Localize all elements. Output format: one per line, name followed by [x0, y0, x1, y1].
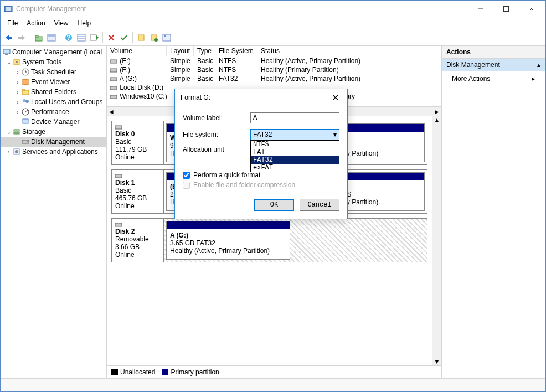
menu-file[interactable]: File: [3, 18, 22, 28]
tree-label: Performance: [31, 108, 69, 116]
fs-option-ntfs[interactable]: NTFS: [251, 141, 339, 148]
fs-option-fat32[interactable]: FAT32: [251, 156, 339, 164]
menu-action[interactable]: Action: [22, 18, 49, 28]
device-icon: [21, 117, 30, 126]
collapse-icon[interactable]: ⌄: [6, 129, 12, 135]
action3-icon[interactable]: [161, 32, 173, 44]
svg-rect-3: [504, 6, 509, 11]
action2-icon[interactable]: [148, 32, 160, 44]
tree-eventvwr[interactable]: ›Event Viewer: [1, 77, 106, 87]
scroll-right-icon[interactable]: ►: [434, 108, 440, 116]
expand-icon[interactable]: ›: [14, 109, 21, 115]
minimize-button[interactable]: [468, 1, 493, 17]
partition-box[interactable]: A (G:)3.65 GB FAT32Healthy (Active, Prim…: [166, 221, 290, 260]
tree-perf[interactable]: ›Performance: [1, 107, 106, 117]
svg-rect-42: [23, 119, 28, 123]
up-icon[interactable]: [33, 32, 45, 44]
col-status[interactable]: Status: [257, 46, 441, 56]
volume-label-input[interactable]: [250, 112, 339, 123]
compression-label: Enable file and folder compression: [193, 181, 295, 189]
expand-icon[interactable]: ›: [14, 69, 21, 75]
disk-meta: Disk 1Basic465.76 GBOnline: [112, 170, 164, 213]
cancel-button[interactable]: Cancel: [300, 199, 339, 211]
col-volume[interactable]: Volume: [107, 46, 167, 56]
quick-format-input[interactable]: [183, 172, 190, 179]
legend-label: Unallocated: [120, 368, 155, 376]
svg-rect-29: [5, 54, 8, 55]
dialog-close-button[interactable]: ✕: [328, 91, 342, 104]
table-row[interactable]: (F:)SimpleBasicNTFSHealthy (Primary Part…: [107, 65, 441, 74]
tree-root[interactable]: Computer Management (Local: [1, 47, 106, 57]
collapse-icon[interactable]: ⌄: [6, 59, 12, 65]
expand-icon[interactable]: ›: [14, 99, 21, 105]
disk-block: Disk 2Removable3.66 GBOnlineA (G:)3.65 G…: [111, 218, 427, 262]
fs-option-exfat[interactable]: exFAT: [251, 164, 339, 172]
submenu-icon: ▸: [532, 75, 535, 82]
svg-rect-19: [90, 35, 96, 40]
tree-diskmgmt[interactable]: Disk Management: [1, 137, 106, 147]
svg-marker-6: [6, 35, 9, 40]
table-row[interactable]: A (G:)SimpleBasicFAT32Healthy (Active, P…: [107, 74, 441, 83]
forward-button[interactable]: [16, 32, 28, 44]
volume-list-header: Volume Layout Type File System Status: [107, 46, 441, 56]
v-scrollbar[interactable]: ▲▼: [432, 116, 441, 365]
svg-rect-27: [164, 35, 166, 37]
expand-icon[interactable]: ›: [14, 79, 21, 85]
scroll-down-icon[interactable]: ▼: [432, 358, 441, 365]
file-system-combo[interactable]: FAT32▾ NTFS FAT FAT32 exFAT: [250, 129, 339, 140]
action1-icon[interactable]: [135, 32, 147, 44]
menu-view[interactable]: View: [50, 18, 73, 28]
tree-label: Shared Folders: [31, 88, 76, 96]
scroll-left-icon[interactable]: ◄: [108, 108, 115, 116]
actions-group[interactable]: Disk Management▴: [442, 59, 545, 71]
help-icon[interactable]: ?: [63, 32, 75, 44]
col-fs[interactable]: File System: [215, 46, 257, 56]
tree-localusers[interactable]: ›Local Users and Groups: [1, 97, 106, 107]
legend: Unallocated Primary partition: [107, 365, 441, 378]
back-button[interactable]: [3, 32, 15, 44]
disk-icon: [115, 222, 160, 228]
ok-button[interactable]: OK: [254, 199, 294, 211]
actions-pane: Actions Disk Management▴ More Actions▸: [442, 46, 545, 378]
table-row[interactable]: (E:)SimpleBasicNTFSHealthy (Active, Prim…: [107, 56, 441, 65]
tree-tasksched[interactable]: ›Task Scheduler: [1, 67, 106, 77]
actions-more[interactable]: More Actions▸: [442, 71, 545, 86]
tree-services[interactable]: ›Services and Applications: [1, 147, 106, 157]
expand-icon[interactable]: ›: [6, 149, 12, 155]
svg-rect-9: [18, 37, 22, 39]
collapse-icon: ▴: [537, 61, 540, 69]
tree-storage[interactable]: ⌄Storage: [1, 127, 106, 137]
drive-icon: [110, 59, 117, 64]
tree-shared[interactable]: ›Shared Folders: [1, 87, 106, 97]
svg-rect-56: [115, 223, 122, 226]
col-type[interactable]: Type: [194, 46, 215, 56]
computer-icon: [2, 48, 11, 56]
properties-icon[interactable]: [45, 32, 58, 44]
svg-rect-12: [48, 34, 55, 41]
tree-systools[interactable]: ⌄System Tools: [1, 57, 106, 67]
col-layout[interactable]: Layout: [167, 46, 194, 56]
close-button[interactable]: [519, 1, 544, 17]
svg-rect-55: [115, 174, 122, 178]
svg-line-41: [25, 110, 28, 112]
dialog-titlebar[interactable]: Format G: ✕: [175, 89, 347, 106]
svg-rect-23: [138, 35, 144, 40]
tree-label: Storage: [22, 128, 45, 136]
menu-help[interactable]: Help: [73, 18, 96, 28]
tree-devmgr[interactable]: Device Manager: [1, 117, 106, 127]
delete-icon[interactable]: [105, 32, 117, 44]
expand-icon[interactable]: ›: [14, 89, 21, 95]
scroll-up-icon[interactable]: ▲: [432, 116, 441, 124]
svg-point-39: [25, 100, 29, 103]
view-icon[interactable]: [75, 32, 87, 44]
check-icon[interactable]: [118, 32, 130, 44]
refresh-icon[interactable]: [88, 32, 100, 44]
fs-option-fat[interactable]: FAT: [251, 148, 339, 156]
quick-format-checkbox[interactable]: Perform a quick format: [183, 171, 339, 179]
tree-label: Disk Management: [31, 138, 85, 146]
app-icon: [4, 4, 13, 13]
svg-rect-11: [35, 35, 38, 37]
maximize-button[interactable]: [493, 1, 519, 17]
compression-checkbox: Enable file and folder compression: [183, 181, 339, 189]
status-bar: [1, 378, 545, 391]
